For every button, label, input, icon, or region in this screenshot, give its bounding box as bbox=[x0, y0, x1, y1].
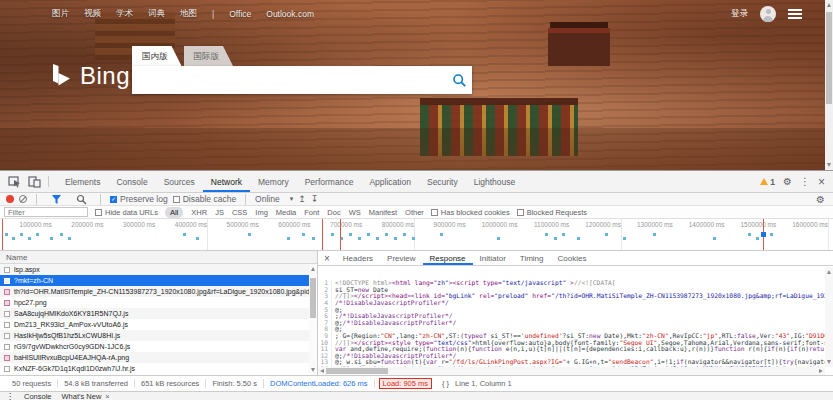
close-whats-new-icon[interactable]: × bbox=[105, 392, 109, 400]
preserve-log-checkbox[interactable]: ✓ Preserve log bbox=[110, 194, 168, 204]
scrollbar-thumb[interactable] bbox=[310, 278, 316, 318]
response-tab-headers[interactable]: Headers bbox=[336, 251, 380, 265]
network-settings-gear-icon[interactable]: ⚙ bbox=[816, 194, 833, 205]
filter-funnel-icon[interactable] bbox=[48, 191, 64, 207]
page-scrollbar[interactable] bbox=[825, 0, 833, 170]
scroll-down-icon[interactable] bbox=[827, 360, 831, 364]
format-braces-icon[interactable]: { } bbox=[436, 379, 455, 388]
kebab-menu-icon[interactable]: ⋮ bbox=[800, 177, 810, 187]
overview-request-dot bbox=[183, 233, 186, 236]
scrollbar-thumb[interactable] bbox=[326, 368, 388, 374]
drawer-kebab-icon[interactable]: ⋮ bbox=[6, 392, 14, 400]
device-toolbar-icon[interactable] bbox=[26, 174, 42, 190]
drawer-tab-whats-new[interactable]: What's New × bbox=[62, 392, 110, 400]
nav-link-1[interactable]: 视频 bbox=[84, 8, 101, 20]
scroll-up-icon[interactable] bbox=[311, 267, 315, 271]
filter-pill-all[interactable]: All bbox=[165, 207, 183, 218]
scroll-up-icon[interactable] bbox=[827, 3, 831, 7]
request-row[interactable]: hpc27.png bbox=[0, 297, 317, 308]
request-row[interactable]: baHlSUllRvxuBcpU4EAJHQA-rA.png bbox=[0, 352, 317, 363]
nav-link-4[interactable]: 地图 bbox=[180, 8, 197, 20]
avatar[interactable] bbox=[760, 6, 776, 22]
tab-domestic[interactable]: 国内版 bbox=[132, 46, 182, 66]
filter-pill-xhr[interactable]: XHR bbox=[191, 208, 207, 217]
blocked-requests-checkbox[interactable]: Blocked Requests bbox=[517, 208, 587, 217]
warning-icon[interactable]: 1 bbox=[760, 177, 775, 187]
filter-pill-doc[interactable]: Doc bbox=[327, 208, 340, 217]
drawer-tab-console[interactable]: Console bbox=[24, 392, 52, 400]
devtools-tab-network[interactable]: Network bbox=[203, 171, 250, 192]
response-tab-cookies[interactable]: Cookies bbox=[551, 251, 594, 265]
request-list-scrollbar[interactable] bbox=[309, 264, 317, 375]
search-network-icon[interactable] bbox=[73, 191, 89, 207]
scroll-left-icon[interactable] bbox=[320, 369, 324, 373]
tab-international[interactable]: 国际版 bbox=[184, 46, 234, 66]
filter-pill-manifest[interactable]: Manifest bbox=[369, 208, 397, 217]
request-row[interactable]: Dm213_RK93lcl_AmPox-vVUtoA6.js bbox=[0, 319, 317, 330]
request-row[interactable]: SaA8cujqHMlKdoX6KY81R5N7QJ.js bbox=[0, 308, 317, 319]
scrollbar-thumb[interactable] bbox=[826, 12, 832, 104]
filter-pill-js[interactable]: JS bbox=[215, 208, 224, 217]
warning-count: 1 bbox=[770, 177, 775, 187]
devtools-tab-lighthouse[interactable]: Lighthouse bbox=[466, 171, 524, 192]
filter-pill-font[interactable]: Font bbox=[304, 208, 319, 217]
response-tab-timing[interactable]: Timing bbox=[513, 251, 551, 265]
code-horizontal-scrollbar[interactable] bbox=[318, 367, 825, 375]
request-row[interactable]: rG9/7gvWDwkhcrG0cy9GDN-1JC6.js bbox=[0, 341, 317, 352]
throttling-dropdown[interactable]: Online ▾ bbox=[255, 194, 293, 204]
scroll-right-icon[interactable] bbox=[819, 369, 823, 373]
overview-tick-label: 400000 ms bbox=[157, 221, 207, 228]
import-har-icon[interactable]: ↥ bbox=[298, 194, 306, 204]
search-input[interactable] bbox=[132, 66, 446, 94]
request-row[interactable]: KxNZF-6Gk7D1q1KqdI1D0zwh7iJ.hr.js bbox=[0, 363, 317, 374]
column-header-name[interactable]: Name bbox=[0, 251, 317, 264]
devtools-tab-console[interactable]: Console bbox=[108, 171, 155, 192]
request-row[interactable]: HasIkHjw5sQfB1hz5LxCWU8HI.js bbox=[0, 330, 317, 341]
nav-link-3[interactable]: 词典 bbox=[148, 8, 165, 20]
code-vertical-scrollbar[interactable] bbox=[825, 267, 833, 367]
nav-link-0[interactable]: 图片 bbox=[52, 8, 69, 20]
response-tab-response[interactable]: Response bbox=[423, 251, 473, 265]
devtools-tab-application[interactable]: Application bbox=[361, 171, 419, 192]
search-icon[interactable] bbox=[446, 66, 472, 94]
scroll-down-icon[interactable] bbox=[311, 368, 315, 372]
filter-pill-img[interactable]: Img bbox=[255, 208, 268, 217]
hamburger-menu-icon[interactable] bbox=[788, 9, 802, 19]
disable-cache-checkbox[interactable]: Disable cache bbox=[173, 194, 236, 204]
devtools-tab-memory[interactable]: Memory bbox=[250, 171, 297, 192]
code-token: return bbox=[809, 345, 825, 352]
filter-pill-other[interactable]: Other bbox=[405, 208, 424, 217]
response-tab-initiator[interactable]: Initiator bbox=[473, 251, 513, 265]
close-detail-icon[interactable]: × bbox=[318, 253, 336, 264]
record-button[interactable] bbox=[6, 195, 14, 203]
devtools-tab-security[interactable]: Security bbox=[419, 171, 466, 192]
nav-link-ms-1[interactable]: Outlook.com bbox=[266, 9, 314, 19]
request-row[interactable]: th?id=OHR.MatiSiTemple_ZH-CN1153987273_1… bbox=[0, 286, 317, 297]
request-row[interactable]: ?mkt=zh-CN bbox=[0, 275, 317, 286]
hide-data-urls-checkbox[interactable]: Hide data URLs bbox=[95, 208, 158, 217]
export-har-icon[interactable]: ↧ bbox=[311, 194, 319, 204]
signin-link[interactable]: 登录 bbox=[731, 8, 748, 20]
devtools-tab-elements[interactable]: Elements bbox=[57, 171, 108, 192]
inspect-element-icon[interactable] bbox=[6, 174, 22, 190]
filter-input[interactable] bbox=[4, 207, 88, 217]
code-line: 4/*!DisableJavascriptProfiler*/ bbox=[318, 300, 825, 307]
filter-pill-css[interactable]: CSS bbox=[232, 208, 247, 217]
clear-icon[interactable] bbox=[19, 195, 27, 203]
status-item-3: Finish: 5.50 s bbox=[206, 379, 264, 388]
devtools-tab-sources[interactable]: Sources bbox=[156, 171, 203, 192]
bing-logo[interactable]: Bing bbox=[50, 62, 130, 90]
filter-pill-media[interactable]: Media bbox=[276, 208, 296, 217]
nav-link-ms-0[interactable]: Office bbox=[229, 9, 251, 19]
settings-gear-icon[interactable]: ⚙ bbox=[783, 177, 792, 187]
nav-link-2[interactable]: 学术 bbox=[116, 8, 133, 20]
close-devtools-icon[interactable]: × bbox=[818, 176, 825, 188]
scroll-up-icon[interactable] bbox=[827, 270, 831, 274]
filter-pill-ws[interactable]: WS bbox=[349, 208, 361, 217]
response-tab-preview[interactable]: Preview bbox=[380, 251, 422, 265]
devtools-tab-performance[interactable]: Performance bbox=[297, 171, 362, 192]
network-overview-timeline[interactable]: 100000 ms200000 ms300000 ms400000 ms5000… bbox=[0, 219, 833, 251]
request-row[interactable]: lsp.aspx bbox=[0, 264, 317, 275]
scroll-down-icon[interactable] bbox=[827, 163, 831, 167]
has-blocked-cookies-checkbox[interactable]: Has blocked cookies bbox=[431, 208, 510, 217]
